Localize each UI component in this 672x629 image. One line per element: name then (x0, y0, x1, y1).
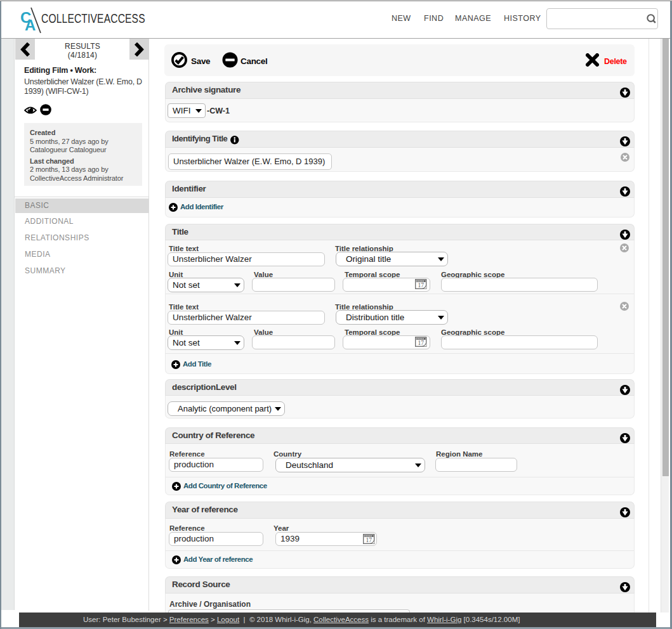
svg-text:17: 17 (366, 537, 372, 543)
svg-text:17: 17 (418, 340, 425, 346)
svg-text:17: 17 (418, 282, 425, 289)
